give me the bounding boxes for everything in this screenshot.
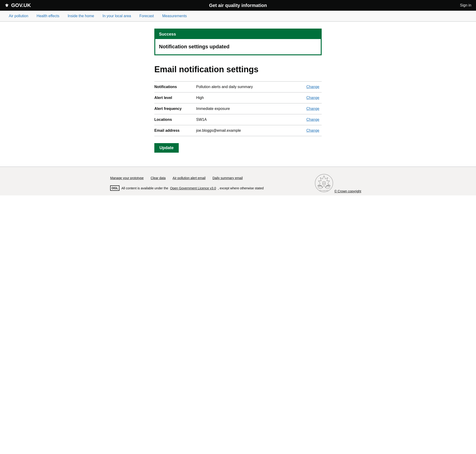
notifications-change-cell: Change: [303, 82, 322, 92]
footer-link-manage-prototype[interactable]: Manage your prototype: [110, 176, 144, 180]
signin-link[interactable]: Sign in: [460, 3, 471, 8]
alert-level-label: Alert level: [154, 92, 196, 103]
table-row: Alert level High Change: [154, 92, 322, 103]
svg-text:DIEU ET MON DROIT: DIEU ET MON DROIT: [319, 190, 329, 191]
footer-inner: DIEU ET MON DROIT © Crown copyright Mana…: [110, 176, 366, 191]
table-row: Alert frequency Immediate exposure Chang…: [154, 103, 322, 114]
success-body: Notification settings updated: [155, 39, 321, 54]
footer-link-clear-data[interactable]: Clear data: [151, 176, 166, 180]
locations-change-link[interactable]: Change: [306, 118, 319, 121]
email-change-link[interactable]: Change: [306, 129, 319, 132]
nav-item-measurements[interactable]: Measurements: [158, 11, 191, 21]
locations-label: Locations: [154, 114, 196, 125]
email-value: joe.bloggs@email.example: [196, 125, 303, 136]
alert-level-value: High: [196, 92, 303, 103]
alert-frequency-change-link[interactable]: Change: [306, 107, 319, 111]
site-header: ⚜ GOV.UK Get air quality information Sig…: [0, 0, 476, 11]
site-title: Get air quality information: [209, 3, 267, 8]
alert-level-change-link[interactable]: Change: [306, 96, 319, 100]
svg-point-3: [319, 185, 321, 187]
footer-link-alert-email[interactable]: Air pollution alert email: [173, 176, 206, 180]
alert-frequency-label: Alert frequency: [154, 103, 196, 114]
success-notification: Success Notification settings updated: [154, 29, 322, 55]
notifications-value: Pollution alerts and daily summary: [196, 82, 303, 92]
footer-license: OGL All content is available under the O…: [110, 185, 264, 191]
update-button[interactable]: Update: [154, 143, 179, 153]
success-message: Notification settings updated: [159, 44, 317, 50]
nav-item-inside-home[interactable]: Inside the home: [63, 11, 98, 21]
logo-text: GOV.UK: [11, 2, 31, 8]
crown-crest-icon: DIEU ET MON DROIT: [315, 174, 333, 192]
alert-frequency-value: Immediate exposure: [196, 103, 303, 114]
main-content: Success Notification settings updated Em…: [150, 22, 326, 166]
crown-crest-container: DIEU ET MON DROIT © Crown copyright: [315, 174, 361, 193]
main-nav: Air pollution Health effects Inside the …: [0, 11, 476, 22]
ogl-logo: OGL: [110, 185, 119, 191]
footer-link-summary-email[interactable]: Daily summary email: [212, 176, 243, 180]
alert-frequency-change-cell: Change: [303, 103, 322, 114]
nav-item-local-area[interactable]: In your local area: [98, 11, 135, 21]
crown-icon: ⚜: [5, 3, 9, 8]
open-government-licence-link[interactable]: Open Government Licence v3.0: [170, 186, 216, 190]
table-row: Email address joe.bloggs@email.example C…: [154, 125, 322, 136]
alert-level-change-cell: Change: [303, 92, 322, 103]
nav-item-forecast[interactable]: Forecast: [135, 11, 158, 21]
success-header: Success: [155, 30, 321, 39]
email-change-cell: Change: [303, 125, 322, 136]
nav-item-health-effects[interactable]: Health effects: [32, 11, 64, 21]
locations-value: SW1A: [196, 114, 303, 125]
email-label: Email address: [154, 125, 196, 136]
license-text: All content is available under the: [121, 186, 168, 190]
table-row: Notifications Pollution alerts and daily…: [154, 82, 322, 92]
site-footer: DIEU ET MON DROIT © Crown copyright Mana…: [0, 166, 476, 195]
settings-table: Notifications Pollution alerts and daily…: [154, 81, 322, 136]
license-suffix: , except where otherwise stated: [218, 186, 264, 190]
crown-copyright-link[interactable]: © Crown copyright: [334, 189, 361, 193]
notifications-label: Notifications: [154, 82, 196, 92]
locations-change-cell: Change: [303, 114, 322, 125]
table-row: Locations SW1A Change: [154, 114, 322, 125]
notifications-change-link[interactable]: Change: [306, 85, 319, 89]
nav-item-air-pollution[interactable]: Air pollution: [5, 11, 32, 21]
gov-logo[interactable]: ⚜ GOV.UK: [5, 2, 31, 8]
page-heading: Email notification settings: [154, 65, 322, 74]
